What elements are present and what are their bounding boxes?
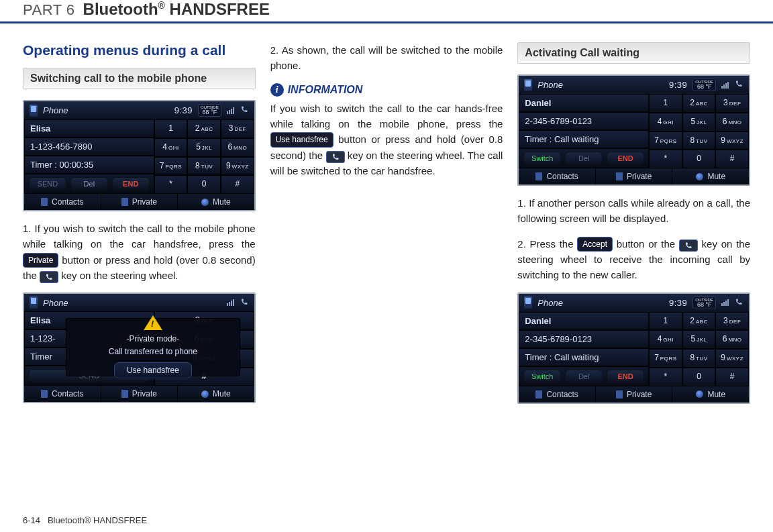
private-tab[interactable]: Private xyxy=(101,386,178,402)
switch-button[interactable]: Switch xyxy=(523,152,561,165)
keypad-key-4[interactable]: 4GHI xyxy=(649,330,682,349)
subheading-call-waiting: Activating Call waiting xyxy=(517,42,750,64)
private-icon xyxy=(616,390,623,398)
private-icon xyxy=(121,198,128,206)
handset-icon xyxy=(240,105,249,115)
contacts-icon xyxy=(535,390,542,398)
call-timer: Timer : Call waiting xyxy=(519,130,649,148)
send-button[interactable]: SEND xyxy=(29,177,66,191)
outside-temp: OUTSIDE 68 °F xyxy=(692,78,716,91)
information-heading: i INFORMATION xyxy=(270,83,503,97)
info-icon: i xyxy=(270,83,284,97)
mute-tab[interactable]: Mute xyxy=(672,168,749,184)
keypad-key-7[interactable]: 7PQRS xyxy=(649,131,682,150)
caller-number: 2-345-6789-0123 xyxy=(519,112,649,130)
phone-icon xyxy=(524,79,532,91)
private-tab[interactable]: Private xyxy=(595,386,672,403)
status-bar: Phone xyxy=(24,294,254,311)
contacts-tab[interactable]: Contacts xyxy=(519,386,595,403)
information-text: If you wish to switch the call to the ca… xyxy=(270,101,503,179)
mute-icon xyxy=(696,390,703,398)
keypad: 12ABC3DEF4GHI5JKL6MNO7PQRS8TUV9WXYZ*0# xyxy=(154,119,254,194)
column-1: Operating menus during a call Switching … xyxy=(23,42,256,413)
del-button[interactable]: Del xyxy=(565,370,603,383)
screenshot-private-mode: Phone Elisa 1-123- Timer SEND 3DEF6MNO9W… xyxy=(23,292,256,403)
keypad-key-#[interactable]: # xyxy=(715,368,749,386)
keypad-key-7[interactable]: 7PQRS xyxy=(649,349,682,368)
bottom-tabs: Contacts Private Mute xyxy=(24,386,254,402)
mute-tab[interactable]: Mute xyxy=(177,194,254,210)
keypad-key-#[interactable]: # xyxy=(715,150,749,168)
end-button[interactable]: END xyxy=(112,177,150,191)
app-name: Phone xyxy=(537,80,563,90)
keypad-key-1[interactable]: 1 xyxy=(649,94,682,113)
keypad-key-5[interactable]: 5JKL xyxy=(187,138,221,157)
keypad-key-*[interactable]: * xyxy=(649,150,682,168)
keypad-key-6[interactable]: 6MNO xyxy=(715,330,749,349)
contacts-icon xyxy=(41,198,48,206)
keypad-key-5[interactable]: 5JKL xyxy=(682,113,716,131)
section-title: Operating menus during a call xyxy=(23,42,256,58)
keypad-key-7[interactable]: 7PQRS xyxy=(154,157,188,176)
contacts-tab[interactable]: Contacts xyxy=(519,168,595,184)
header-title: Bluetooth® HANDSFREE xyxy=(83,0,270,19)
keypad-key-0[interactable]: 0 xyxy=(682,150,716,168)
keypad-key-4[interactable]: 4GHI xyxy=(649,113,682,131)
keypad-key-0[interactable]: 0 xyxy=(187,175,221,194)
column-3: Activating Call waiting Phone 9:39 OUTSI… xyxy=(517,42,750,413)
private-icon xyxy=(121,390,128,398)
handset-icon xyxy=(240,298,249,308)
keypad-key-1[interactable]: 1 xyxy=(649,312,682,331)
keypad-key-2[interactable]: 2ABC xyxy=(682,312,716,331)
call-actions: Switch Del END xyxy=(519,148,649,168)
use-handsfree-button[interactable]: Use handsfree xyxy=(114,362,192,378)
keypad-key-#[interactable]: # xyxy=(221,175,254,194)
end-button[interactable]: END xyxy=(607,152,644,165)
keypad-key-0[interactable]: 0 xyxy=(682,368,716,386)
mute-icon xyxy=(201,199,209,206)
private-tab[interactable]: Private xyxy=(101,194,178,210)
keypad-key-8[interactable]: 8TUV xyxy=(187,157,221,176)
mute-tab[interactable]: Mute xyxy=(672,386,749,403)
step-1-text: 1. If you wish to switch the call to the… xyxy=(23,221,256,283)
page-header: PART 6 Bluetooth® HANDSFREE xyxy=(0,0,773,23)
caller-name: Elisa xyxy=(24,119,154,138)
status-bar: Phone 9:39 OUTSIDE 68 °F xyxy=(519,76,749,94)
keypad-key-4[interactable]: 4GHI xyxy=(154,138,188,157)
call-key-icon xyxy=(326,151,345,163)
keypad-key-3[interactable]: 3DEF xyxy=(221,119,254,138)
keypad-key-2[interactable]: 2ABC xyxy=(187,119,221,138)
keypad-key-9[interactable]: 9WXYZ xyxy=(715,131,749,150)
bottom-tabs: Contacts Private Mute xyxy=(519,168,749,184)
switch-button[interactable]: Switch xyxy=(523,370,561,383)
keypad-key-9[interactable]: 9WXYZ xyxy=(715,349,749,368)
mute-icon xyxy=(696,173,703,180)
caller-name: Daniel xyxy=(519,312,649,330)
keypad-key-3[interactable]: 3DEF xyxy=(715,94,749,113)
keypad-key-*[interactable]: * xyxy=(649,368,682,386)
content-columns: Operating menus during a call Switching … xyxy=(0,23,773,413)
end-button[interactable]: END xyxy=(607,370,644,383)
signal-icon xyxy=(721,299,729,306)
keypad-key-*[interactable]: * xyxy=(154,175,188,194)
keypad-key-9[interactable]: 9WXYZ xyxy=(221,157,254,176)
keypad-key-8[interactable]: 8TUV xyxy=(682,349,716,368)
keypad-key-8[interactable]: 8TUV xyxy=(682,131,716,150)
contacts-tab[interactable]: Contacts xyxy=(24,386,101,402)
del-button[interactable]: Del xyxy=(565,152,603,165)
contacts-tab[interactable]: Contacts xyxy=(24,194,101,210)
bottom-tabs: Contacts Private Mute xyxy=(519,386,749,403)
mute-tab[interactable]: Mute xyxy=(177,386,254,402)
private-icon xyxy=(616,172,623,180)
private-tab[interactable]: Private xyxy=(595,168,672,184)
contacts-icon xyxy=(41,390,48,398)
header-title-suffix: HANDSFREE xyxy=(165,0,270,18)
keypad-key-6[interactable]: 6MNO xyxy=(715,113,749,131)
keypad-key-5[interactable]: 5JKL xyxy=(682,330,716,349)
keypad-key-1[interactable]: 1 xyxy=(154,119,188,138)
del-button[interactable]: Del xyxy=(70,177,108,191)
keypad-key-3[interactable]: 3DEF xyxy=(715,312,749,331)
column-2: 2. As shown, the call will be switched t… xyxy=(270,42,503,413)
keypad-key-2[interactable]: 2ABC xyxy=(682,94,716,113)
keypad-key-6[interactable]: 6MNO xyxy=(221,138,254,157)
